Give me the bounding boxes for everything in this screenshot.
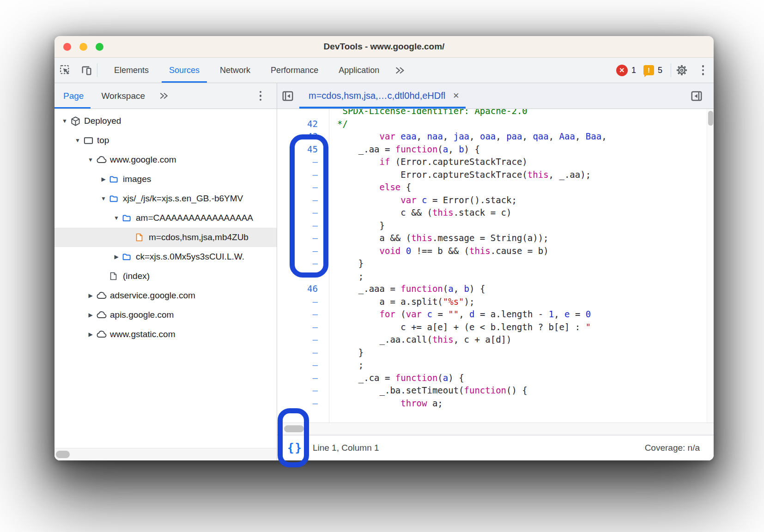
tree-item-label: apis.google.com bbox=[110, 310, 174, 320]
code-line-text: SPDX-License-Identifier: Apache-2.0 bbox=[329, 109, 714, 118]
close-window-button[interactable] bbox=[63, 43, 71, 51]
editor-status-bar: {} Line 1, Column 1 Coverage: n/a bbox=[277, 435, 714, 460]
line-number[interactable] bbox=[277, 109, 329, 118]
code-line-text: void 0 !== b && (this.cause = b) bbox=[329, 245, 714, 258]
minimize-window-button[interactable] bbox=[79, 43, 87, 51]
tree-collapsed-arrow-icon[interactable]: ▶ bbox=[111, 254, 122, 260]
navigator-kebab-menu-icon[interactable] bbox=[250, 91, 271, 101]
line-number[interactable]: – bbox=[277, 321, 329, 334]
tree-expanded-arrow-icon[interactable]: ▼ bbox=[111, 215, 122, 221]
tree-item-www-google-com[interactable]: ▼www.google.com bbox=[55, 150, 277, 169]
line-number[interactable]: – bbox=[277, 384, 329, 397]
maximize-window-button[interactable] bbox=[96, 43, 103, 51]
tree-expanded-arrow-icon[interactable]: ▼ bbox=[59, 118, 70, 124]
tree-item-am-caaaaaaaaaaaaaaaa[interactable]: ▼am=CAAAAAAAAAAAAAAAA bbox=[55, 208, 277, 228]
source-file-tab[interactable]: m=cdos,hsm,jsa,…c,dtl0hd,eHDfl ✕ bbox=[298, 83, 467, 109]
code-line: 43var eaa, naa, jaa, oaa, paa, qaa, Aaa,… bbox=[277, 130, 714, 143]
tree-collapsed-arrow-icon[interactable]: ▶ bbox=[98, 176, 109, 182]
cursor-position: Line 1, Column 1 bbox=[313, 443, 379, 453]
tree-item-deployed[interactable]: ▼Deployed bbox=[55, 111, 277, 131]
tree-item-index[interactable]: (index) bbox=[55, 266, 277, 286]
navigator-tab-bar: Page Workspace bbox=[55, 83, 277, 109]
kebab-menu-icon[interactable] bbox=[692, 58, 714, 83]
editor-vertical-scrollbar[interactable] bbox=[707, 109, 714, 423]
code-line-text: c && (this.stack = c) bbox=[329, 206, 714, 219]
toggle-navigator-panel-icon[interactable] bbox=[277, 83, 298, 109]
code-line: 42*/ bbox=[277, 118, 714, 131]
tree-item-label: xjs/_/js/k=xjs.s.en_GB.-b6YMV bbox=[123, 193, 243, 204]
toggle-debugger-panel-icon[interactable] bbox=[686, 83, 707, 109]
line-number[interactable]: – bbox=[277, 397, 329, 410]
source-file-tab-label: m=cdos,hsm,jsa,…c,dtl0hd,eHDfl bbox=[309, 91, 445, 101]
tree-collapsed-arrow-icon[interactable]: ▶ bbox=[85, 312, 96, 318]
tree-item-label: m=cdos,hsm,jsa,mb4ZUb bbox=[149, 232, 249, 242]
device-toolbar-icon[interactable] bbox=[76, 58, 97, 83]
tree-item-apis-google-com[interactable]: ▶apis.google.com bbox=[55, 305, 277, 325]
code-line: –} bbox=[277, 346, 714, 359]
tree-collapsed-arrow-icon[interactable]: ▶ bbox=[85, 331, 96, 338]
warning-badge-icon[interactable]: ! bbox=[643, 65, 654, 75]
code-line: –} bbox=[277, 219, 714, 232]
tree-item-www-gstatic-com[interactable]: ▶www.gstatic.com bbox=[55, 325, 277, 344]
tree-expanded-arrow-icon[interactable]: ▼ bbox=[85, 157, 96, 163]
error-badge-icon[interactable]: ✕ bbox=[616, 65, 628, 76]
line-number[interactable]: – bbox=[277, 346, 329, 359]
tree-item-xjs-js-k-xjs-s-en-gb-b6ymv[interactable]: ▼xjs/_/js/k=xjs.s.en_GB.-b6YMV bbox=[55, 189, 277, 208]
tree-item-top[interactable]: ▼top bbox=[55, 131, 277, 150]
annotation-ring-line-numbers bbox=[290, 134, 328, 278]
code-line: –Error.captureStackTrace(this, _.aa); bbox=[277, 169, 714, 181]
tree-expanded-arrow-icon[interactable]: ▼ bbox=[72, 137, 83, 144]
tree-item-adservice-google-com[interactable]: ▶adservice.google.com bbox=[55, 286, 277, 305]
tab-workspace[interactable]: Workspace bbox=[92, 83, 154, 109]
editor-vscrollbar-thumb[interactable] bbox=[708, 111, 713, 126]
sidebar-scrollbar-thumb[interactable] bbox=[56, 451, 70, 458]
tab-performance[interactable]: Performance bbox=[261, 58, 328, 83]
line-number[interactable]: – bbox=[277, 359, 329, 372]
more-navigator-tabs-icon[interactable] bbox=[154, 83, 174, 109]
code-line: –for (var c = "", d = a.length - 1, e = … bbox=[277, 308, 714, 321]
tree-item-m-cdos-hsm-jsa-mb4zub[interactable]: m=cdos,hsm,jsa,mb4ZUb bbox=[55, 228, 277, 247]
tree-collapsed-arrow-icon[interactable]: ▶ bbox=[85, 292, 96, 299]
tab-page[interactable]: Page bbox=[55, 83, 92, 109]
tab-network[interactable]: Network bbox=[210, 58, 261, 83]
more-panels-icon[interactable] bbox=[389, 58, 410, 83]
sidebar-horizontal-scrollbar[interactable] bbox=[55, 448, 277, 460]
frame-icon bbox=[83, 135, 97, 146]
titlebar: DevTools - www.google.com/ bbox=[55, 36, 714, 58]
window-body: Page Workspace ▼Deployed▼top▼www.google.… bbox=[55, 83, 714, 460]
close-tab-icon[interactable]: ✕ bbox=[453, 91, 459, 101]
cloud-icon bbox=[96, 329, 110, 340]
inspect-icon[interactable] bbox=[55, 58, 76, 83]
warning-count: 5 bbox=[658, 66, 662, 75]
tree-item-images[interactable]: ▶images bbox=[55, 169, 277, 189]
code-line: –a = a.split("%s"); bbox=[277, 296, 714, 308]
code-line-text: var c = Error().stack; bbox=[329, 194, 714, 207]
console-badges: ✕ 1 ! 5 bbox=[616, 58, 671, 83]
line-number[interactable]: 42 bbox=[277, 118, 329, 131]
tree-item-label: images bbox=[123, 174, 151, 184]
line-number[interactable]: 46 bbox=[277, 283, 329, 296]
tab-application[interactable]: Application bbox=[328, 58, 389, 83]
code-line-text: _.aa = function(a, b) { bbox=[329, 143, 714, 156]
screenshot-stage: DevTools - www.google.com/ ElementsSourc… bbox=[0, 0, 764, 532]
editor-horizontal-scrollbar[interactable] bbox=[277, 423, 714, 435]
tab-sources[interactable]: Sources bbox=[159, 58, 210, 83]
error-count: 1 bbox=[631, 66, 636, 75]
tree-expanded-arrow-icon[interactable]: ▼ bbox=[98, 195, 109, 202]
code-line: –} bbox=[277, 257, 714, 270]
line-number[interactable]: – bbox=[277, 296, 329, 308]
tree-item-label: am=CAAAAAAAAAAAAAAAA bbox=[136, 213, 253, 223]
code-line-text: a = a.split("%s"); bbox=[329, 296, 714, 308]
tab-elements[interactable]: Elements bbox=[104, 58, 159, 83]
code-viewer[interactable]: SPDX-License-Identifier: Apache-2.042*/4… bbox=[277, 109, 714, 423]
editor-pane: m=cdos,hsm,jsa,…c,dtl0hd,eHDfl ✕ SPDX-Li… bbox=[277, 83, 714, 460]
line-number[interactable]: – bbox=[277, 372, 329, 385]
code-line: –_.ba.setTimeout(function() { bbox=[277, 384, 714, 397]
settings-gear-icon[interactable] bbox=[671, 58, 692, 83]
line-number[interactable]: – bbox=[277, 308, 329, 321]
line-number[interactable]: – bbox=[277, 333, 329, 346]
code-line-text: } bbox=[329, 257, 714, 270]
panel-tabs: ElementsSourcesNetworkPerformanceApplica… bbox=[104, 58, 389, 83]
cloud-icon bbox=[96, 309, 110, 320]
tree-item-ck-xjs-s-0mx5ys3scui-l-w[interactable]: ▶ck=xjs.s.0Mx5ys3sCUI.L.W. bbox=[55, 247, 277, 266]
